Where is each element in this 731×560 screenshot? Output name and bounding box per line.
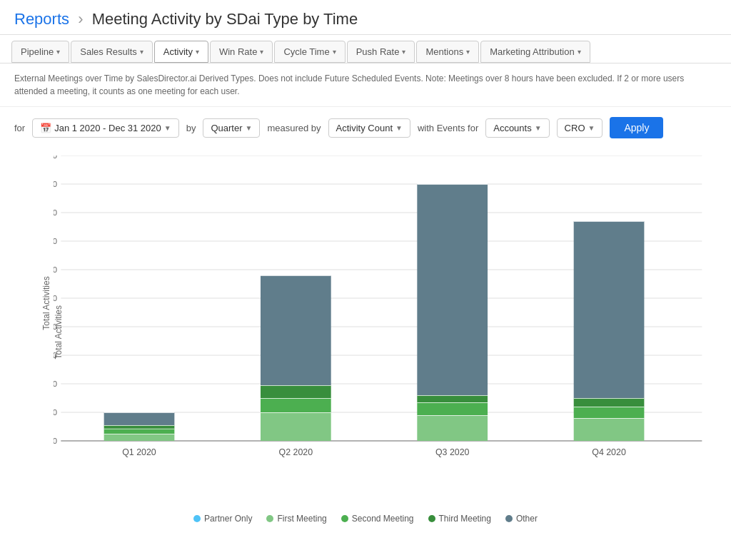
- tab-mentions[interactable]: Mentions▾: [416, 41, 479, 63]
- with-events-label: with Events for: [418, 123, 478, 133]
- svg-rect-40: [417, 415, 488, 441]
- quarter-select[interactable]: Quarter ▼: [203, 118, 260, 138]
- page-title: Meeting Activity by SDai Type by Time: [92, 10, 358, 28]
- legend-item-third_meeting: Third Meeting: [428, 514, 491, 524]
- quarter-caret: ▼: [246, 124, 253, 132]
- breadcrumb-root[interactable]: Reports: [14, 10, 69, 28]
- svg-rect-51: [574, 407, 645, 418]
- tab-sales-results[interactable]: Sales Results▾: [71, 41, 152, 63]
- svg-rect-55: [574, 221, 645, 398]
- svg-rect-53: [574, 398, 645, 407]
- svg-text:0: 0: [54, 437, 57, 445]
- tab-marketing-attribution[interactable]: Marketing Attribution▾: [480, 41, 590, 63]
- apply-button[interactable]: Apply: [610, 117, 663, 138]
- svg-text:Q4 2020: Q4 2020: [592, 447, 626, 457]
- bar-chart: 01002003004005006007008009001000Q1 2020Q…: [54, 156, 717, 484]
- nav-tabs: Pipeline▾Sales Results▾Activity▾Win Rate…: [0, 35, 731, 63]
- svg-text:600: 600: [54, 265, 57, 274]
- tab-push-rate[interactable]: Push Rate▾: [347, 41, 415, 63]
- quarter-value: Quarter: [211, 123, 242, 133]
- svg-rect-24: [104, 429, 175, 434]
- tab-cycle-time[interactable]: Cycle Time▾: [274, 41, 345, 63]
- chart-legend: Partner OnlyFirst MeetingSecond MeetingT…: [14, 505, 717, 532]
- date-range-caret: ▼: [164, 124, 171, 132]
- chart-container: 01002003004005006007008009001000Q1 2020Q…: [14, 156, 717, 505]
- svg-rect-22: [104, 434, 175, 441]
- svg-rect-28: [104, 412, 175, 425]
- svg-rect-37: [261, 275, 331, 385]
- svg-text:Q2 2020: Q2 2020: [279, 447, 313, 457]
- filter-bar: for 📅 Jan 1 2020 - Dec 31 2020 ▼ by Quar…: [0, 107, 731, 148]
- measured-by-label: measured by: [267, 123, 321, 133]
- accounts-caret: ▼: [535, 124, 542, 132]
- legend-item-other: Other: [505, 514, 538, 524]
- legend-item-first_meeting: First Meeting: [266, 514, 326, 524]
- y-axis-label: Total Activities: [54, 305, 64, 359]
- svg-rect-33: [261, 398, 331, 412]
- chart-area: 01002003004005006007008009001000Q1 2020Q…: [0, 148, 731, 532]
- svg-text:500: 500: [54, 294, 57, 302]
- svg-text:Q3 2020: Q3 2020: [435, 447, 470, 457]
- accounts-select[interactable]: Accounts ▼: [485, 118, 549, 138]
- y-axis-label: Total Activities: [41, 276, 51, 330]
- svg-text:200: 200: [54, 380, 57, 388]
- tab-activity[interactable]: Activity▾: [154, 41, 208, 63]
- page-header: Reports › Meeting Activity by SDai Type …: [0, 0, 731, 35]
- chart-inner: 01002003004005006007008009001000Q1 2020Q…: [54, 156, 717, 505]
- svg-text:100: 100: [54, 408, 57, 417]
- breadcrumb-separator: ›: [78, 10, 83, 28]
- breadcrumb: Reports › Meeting Activity by SDai Type …: [14, 10, 717, 29]
- svg-rect-44: [417, 395, 488, 402]
- date-range-value: Jan 1 2020 - Dec 31 2020: [54, 123, 161, 133]
- svg-text:900: 900: [54, 180, 57, 188]
- tab-pipeline[interactable]: Pipeline▾: [11, 41, 69, 63]
- svg-rect-35: [261, 385, 331, 398]
- legend-item-second_meeting: Second Meeting: [341, 514, 414, 524]
- by-label: by: [186, 123, 196, 133]
- accounts-value: Accounts: [493, 123, 531, 133]
- role-value: CRO: [565, 123, 585, 133]
- svg-rect-46: [417, 184, 488, 395]
- svg-rect-49: [574, 418, 645, 441]
- for-label: for: [14, 123, 25, 133]
- date-range-select[interactable]: 📅 Jan 1 2020 - Dec 31 2020 ▼: [32, 118, 179, 138]
- chart-description: External Meetings over Time by SalesDire…: [0, 63, 731, 107]
- activity-count-caret: ▼: [395, 124, 403, 132]
- svg-text:Q1 2020: Q1 2020: [122, 447, 156, 457]
- calendar-icon: 📅: [40, 123, 51, 133]
- activity-count-select[interactable]: Activity Count ▼: [328, 118, 410, 138]
- role-caret: ▼: [588, 124, 595, 132]
- svg-rect-31: [261, 412, 331, 441]
- svg-text:800: 800: [54, 208, 57, 217]
- svg-rect-42: [417, 402, 488, 415]
- activity-count-value: Activity Count: [336, 123, 393, 133]
- tab-win-rate[interactable]: Win Rate▾: [210, 41, 273, 63]
- svg-text:1000: 1000: [54, 156, 57, 160]
- svg-text:700: 700: [54, 237, 57, 245]
- legend-item-partner_only: Partner Only: [193, 514, 252, 524]
- role-select[interactable]: CRO ▼: [557, 118, 603, 138]
